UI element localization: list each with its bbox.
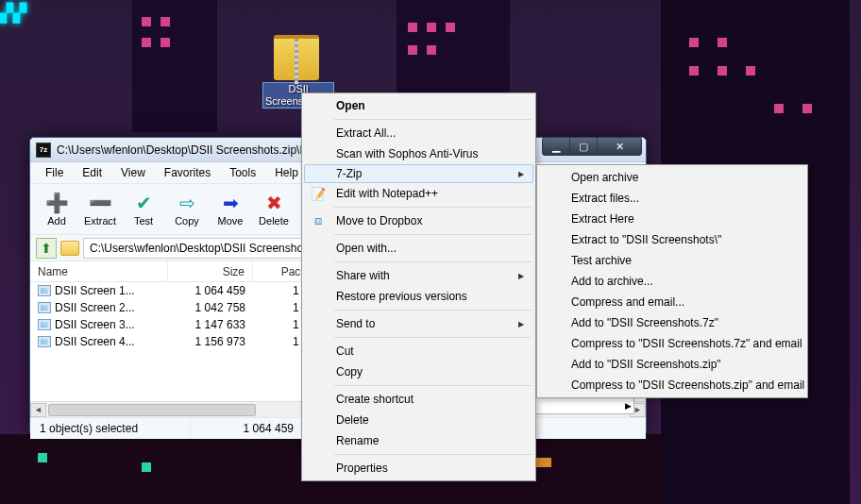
menu-item-send-to[interactable]: Send to — [304, 313, 533, 334]
menu-item-rename[interactable]: Rename — [304, 430, 533, 451]
delete-button-label: Delete — [259, 215, 289, 227]
window-close-button[interactable]: ✕ — [597, 137, 642, 156]
file-name: DSII Screen 4... — [55, 335, 135, 348]
menu-separator — [334, 234, 532, 235]
file-size: 1 147 633 — [168, 318, 253, 331]
menu-item-properties[interactable]: Properties — [304, 458, 533, 479]
menu-item-label: Restore previous versions — [336, 290, 467, 303]
submenu-item-add-to-archive[interactable]: Add to archive... — [539, 271, 805, 292]
extract-button-label: Extract — [84, 215, 116, 227]
menu-item-share-with[interactable]: Share with — [304, 265, 533, 286]
chevron-right-icon: ▶ — [625, 401, 632, 411]
bg-building — [132, 0, 217, 132]
menu-item-label: Share with — [336, 269, 390, 282]
menu-item-7-zip[interactable]: 7-Zip — [304, 164, 533, 183]
menu-item-label: Scan with Sophos Anti-Virus — [336, 147, 479, 160]
menu-item-cut[interactable]: Cut — [304, 341, 533, 361]
move-button[interactable]: ➡Move — [210, 186, 251, 233]
up-button[interactable]: ⬆ — [36, 238, 57, 259]
copy-button-label: Copy — [175, 215, 199, 227]
submenu-item-open-archive[interactable]: Open archive — [539, 167, 805, 188]
menu-item-label: Open — [336, 99, 365, 112]
menu-item-open-with[interactable]: Open with... — [304, 238, 533, 259]
extract-icon: ➖ — [90, 193, 110, 213]
submenu-item-add-to-dsii-screenshots-zip[interactable]: Add to "DSII Screenshots.zip" — [539, 354, 805, 375]
menu-separator — [334, 337, 532, 338]
menu-item-move-to-dropbox[interactable]: ⧈Move to Dropbox — [304, 210, 533, 231]
menu-item-label: Rename — [336, 434, 379, 447]
menu-item-scan-with-sophos-anti-virus[interactable]: Scan with Sophos Anti-Virus — [304, 143, 533, 164]
menu-item-label: Extract Here — [571, 212, 634, 226]
menu-item-label: Move to Dropbox — [336, 214, 422, 227]
menu-view[interactable]: View — [113, 163, 153, 182]
menu-favorites[interactable]: Favorites — [157, 163, 218, 182]
submenu-item-compress-and-email[interactable]: Compress and email... — [539, 292, 805, 312]
background-neon-text: ▞▞ — [0, 3, 76, 16]
menu-item-copy[interactable]: Copy — [304, 361, 533, 382]
move-icon: ➡ — [220, 193, 241, 213]
copy-icon: ⇨ — [177, 193, 197, 213]
menu-item-delete[interactable]: Delete — [304, 410, 533, 430]
menu-help[interactable]: Help — [267, 163, 306, 182]
scroll-thumb[interactable] — [48, 404, 256, 416]
menu-tools[interactable]: Tools — [222, 163, 263, 182]
menu-item-label: Delete — [336, 413, 369, 427]
delete-button[interactable]: ✖Delete — [253, 186, 295, 233]
submenu-item-extract-here[interactable]: Extract Here — [539, 209, 805, 229]
image-file-icon — [38, 336, 51, 347]
menu-separator — [334, 207, 532, 208]
submenu-item-compress-to-dsii-screenshots-7z-and-email[interactable]: Compress to "DSII Screenshots.7z" and em… — [539, 333, 805, 354]
app-icon: 7z — [36, 143, 51, 158]
menu-item-label: Compress and email... — [571, 295, 684, 309]
file-size: 1 042 758 — [168, 301, 253, 314]
move-button-label: Move — [218, 215, 244, 227]
menu-item-edit-with-notepad[interactable]: 📝Edit with Notepad++ — [304, 183, 533, 204]
submenu-item-extract-files[interactable]: Extract files... — [539, 188, 805, 209]
menu-item-label: Send to — [336, 317, 375, 330]
submenu-item-test-archive[interactable]: Test archive — [539, 250, 805, 271]
menu-item-label: Extract to "DSII Screenshots\" — [571, 233, 721, 246]
file-name: DSII Screen 1... — [55, 284, 135, 297]
image-file-icon — [38, 285, 51, 296]
copy-button[interactable]: ⇨Copy — [166, 186, 208, 233]
menu-item-label: Edit with Notepad++ — [336, 187, 438, 200]
menu-separator — [334, 119, 532, 120]
submenu-item-compress-to-dsii-screenshots-zip-and-email[interactable]: Compress to "DSII Screenshots.zip" and e… — [539, 375, 805, 395]
menu-item-label: Create shortcut — [336, 393, 414, 406]
col-name[interactable]: Name — [30, 261, 168, 281]
menu-item-label: Extract All... — [336, 126, 396, 140]
menu-item-label: Add to archive... — [571, 275, 653, 288]
menu-item-label: Cut — [336, 344, 354, 358]
menu-item-label: Compress to "DSII Screenshots.7z" and em… — [571, 337, 802, 350]
menu-item-extract-all[interactable]: Extract All... — [304, 123, 533, 143]
menu-item-label: Open with... — [336, 242, 397, 255]
file-name: DSII Screen 2... — [55, 301, 135, 314]
extract-button[interactable]: ➖Extract — [79, 186, 121, 233]
submenu-item-extract-to-dsii-screenshots[interactable]: Extract to "DSII Screenshots\" — [539, 229, 805, 250]
add-icon: ➕ — [46, 193, 67, 213]
test-button[interactable]: ✔Test — [123, 186, 164, 233]
menu-item-label: Add to "DSII Screenshots.zip" — [571, 358, 721, 371]
col-size[interactable]: Size — [168, 261, 253, 281]
status-selection: 1 object(s) selected — [30, 418, 191, 439]
menu-item-label: Add to "DSII Screenshots.7z" — [571, 316, 718, 329]
zip-icon — [274, 35, 319, 80]
menu-item-create-shortcut[interactable]: Create shortcut — [304, 389, 533, 410]
menu-item-label: 7-Zip — [336, 167, 362, 180]
image-file-icon — [38, 319, 51, 330]
menu-item-restore-previous-versions[interactable]: Restore previous versions — [304, 286, 533, 307]
menu-item-open[interactable]: Open — [304, 95, 533, 116]
menu-separator — [334, 385, 532, 386]
window-maximize-button[interactable]: ▢ — [569, 137, 598, 156]
add-button[interactable]: ➕Add — [36, 186, 77, 233]
menu-item-label: Open archive — [571, 171, 638, 184]
menu-file[interactable]: File — [38, 163, 71, 182]
menu-edit[interactable]: Edit — [75, 163, 110, 182]
scroll-left-arrow[interactable]: ◄ — [30, 403, 46, 417]
window-minimize-button[interactable]: ▁ — [542, 137, 570, 156]
submenu-item-add-to-dsii-screenshots-7z[interactable]: Add to "DSII Screenshots.7z" — [539, 312, 805, 333]
test-button-label: Test — [134, 215, 153, 227]
status-size: 1 064 459 — [191, 418, 304, 439]
menu-item-label: Compress to "DSII Screenshots.zip" and e… — [571, 378, 804, 392]
menu-separator — [334, 454, 532, 455]
